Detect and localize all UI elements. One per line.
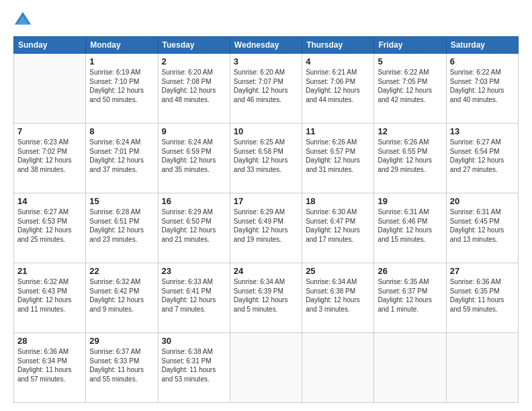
- cell-details: Sunrise: 6:35 AMSunset: 6:37 PMDaylight:…: [378, 277, 442, 314]
- calendar-cell: 20Sunrise: 6:31 AMSunset: 6:45 PMDayligh…: [446, 193, 518, 263]
- cell-details: Sunrise: 6:28 AMSunset: 6:51 PMDaylight:…: [89, 208, 154, 244]
- calendar-cell: 27Sunrise: 6:36 AMSunset: 6:35 PMDayligh…: [446, 263, 518, 333]
- day-number: 3: [234, 56, 298, 66]
- day-number: 15: [89, 196, 154, 206]
- day-number: 17: [234, 196, 298, 206]
- day-number: 8: [89, 126, 154, 136]
- calendar-cell: [302, 333, 374, 403]
- calendar-cell: 13Sunrise: 6:27 AMSunset: 6:54 PMDayligh…: [446, 124, 518, 193]
- cell-details: Sunrise: 6:20 AMSunset: 7:07 PMDaylight:…: [234, 68, 298, 104]
- calendar-cell: 4Sunrise: 6:21 AMSunset: 7:06 PMDaylight…: [302, 54, 374, 124]
- calendar-cell: 16Sunrise: 6:29 AMSunset: 6:50 PMDayligh…: [158, 193, 230, 263]
- calendar-cell: 17Sunrise: 6:29 AMSunset: 6:49 PMDayligh…: [230, 193, 302, 263]
- calendar-cell: 15Sunrise: 6:28 AMSunset: 6:51 PMDayligh…: [86, 193, 158, 263]
- calendar-cell: 29Sunrise: 6:37 AMSunset: 6:33 PMDayligh…: [86, 333, 158, 403]
- cell-details: Sunrise: 6:24 AMSunset: 6:59 PMDaylight:…: [162, 138, 226, 174]
- cell-details: Sunrise: 6:32 AMSunset: 6:43 PMDaylight:…: [17, 277, 82, 314]
- calendar-cell: 24Sunrise: 6:34 AMSunset: 6:39 PMDayligh…: [230, 263, 302, 333]
- calendar-day-header: Monday: [86, 37, 158, 54]
- cell-details: Sunrise: 6:22 AMSunset: 7:05 PMDaylight:…: [378, 68, 442, 104]
- cell-details: Sunrise: 6:23 AMSunset: 7:02 PMDaylight:…: [17, 138, 82, 174]
- calendar-cell: [446, 333, 518, 403]
- day-number: 27: [450, 266, 515, 276]
- calendar-week-row: 1Sunrise: 6:19 AMSunset: 7:10 PMDaylight…: [14, 54, 519, 124]
- cell-details: Sunrise: 6:36 AMSunset: 6:34 PMDaylight:…: [17, 347, 82, 383]
- calendar-day-header: Sunday: [14, 37, 86, 54]
- calendar-cell: 7Sunrise: 6:23 AMSunset: 7:02 PMDaylight…: [14, 124, 86, 193]
- day-number: 1: [89, 56, 154, 66]
- day-number: 20: [450, 196, 515, 206]
- day-number: 18: [306, 196, 370, 206]
- calendar-cell: 1Sunrise: 6:19 AMSunset: 7:10 PMDaylight…: [86, 54, 158, 124]
- calendar-cell: 9Sunrise: 6:24 AMSunset: 6:59 PMDaylight…: [158, 124, 230, 193]
- day-number: 5: [378, 56, 442, 66]
- calendar-cell: [374, 333, 446, 403]
- cell-details: Sunrise: 6:27 AMSunset: 6:54 PMDaylight:…: [450, 138, 515, 174]
- calendar-cell: 8Sunrise: 6:24 AMSunset: 7:01 PMDaylight…: [86, 124, 158, 193]
- header: [13, 11, 519, 30]
- cell-details: Sunrise: 6:27 AMSunset: 6:53 PMDaylight:…: [17, 208, 82, 244]
- logo: [13, 11, 35, 30]
- cell-details: Sunrise: 6:19 AMSunset: 7:10 PMDaylight:…: [89, 68, 154, 104]
- calendar-day-header: Friday: [374, 37, 446, 54]
- cell-details: Sunrise: 6:26 AMSunset: 6:55 PMDaylight:…: [378, 138, 442, 174]
- cell-details: Sunrise: 6:31 AMSunset: 6:45 PMDaylight:…: [450, 208, 515, 244]
- day-number: 9: [162, 126, 226, 136]
- calendar-cell: 23Sunrise: 6:33 AMSunset: 6:41 PMDayligh…: [158, 263, 230, 333]
- cell-details: Sunrise: 6:22 AMSunset: 7:03 PMDaylight:…: [450, 68, 515, 104]
- day-number: 13: [450, 126, 515, 136]
- calendar-cell: [14, 54, 86, 124]
- day-number: 23: [162, 266, 226, 276]
- cell-details: Sunrise: 6:20 AMSunset: 7:08 PMDaylight:…: [162, 68, 226, 104]
- calendar-cell: [230, 333, 302, 403]
- calendar-week-row: 7Sunrise: 6:23 AMSunset: 7:02 PMDaylight…: [14, 124, 519, 193]
- cell-details: Sunrise: 6:21 AMSunset: 7:06 PMDaylight:…: [306, 68, 370, 104]
- day-number: 30: [162, 336, 226, 346]
- cell-details: Sunrise: 6:24 AMSunset: 7:01 PMDaylight:…: [89, 138, 154, 174]
- calendar-day-header: Saturday: [446, 37, 518, 54]
- calendar-cell: 6Sunrise: 6:22 AMSunset: 7:03 PMDaylight…: [446, 54, 518, 124]
- calendar-cell: 5Sunrise: 6:22 AMSunset: 7:05 PMDaylight…: [374, 54, 446, 124]
- day-number: 14: [17, 196, 82, 206]
- day-number: 16: [162, 196, 226, 206]
- day-number: 11: [306, 126, 370, 136]
- calendar-table: SundayMondayTuesdayWednesdayThursdayFrid…: [13, 36, 519, 403]
- cell-details: Sunrise: 6:26 AMSunset: 6:57 PMDaylight:…: [306, 138, 370, 174]
- calendar-cell: 18Sunrise: 6:30 AMSunset: 6:47 PMDayligh…: [302, 193, 374, 263]
- cell-details: Sunrise: 6:38 AMSunset: 6:31 PMDaylight:…: [162, 347, 226, 383]
- cell-details: Sunrise: 6:32 AMSunset: 6:42 PMDaylight:…: [89, 277, 154, 314]
- cell-details: Sunrise: 6:31 AMSunset: 6:46 PMDaylight:…: [378, 208, 442, 244]
- cell-details: Sunrise: 6:34 AMSunset: 6:39 PMDaylight:…: [234, 277, 298, 314]
- calendar-header-row: SundayMondayTuesdayWednesdayThursdayFrid…: [14, 37, 519, 54]
- logo-icon: [13, 11, 32, 30]
- page: SundayMondayTuesdayWednesdayThursdayFrid…: [0, 0, 532, 411]
- calendar-cell: 28Sunrise: 6:36 AMSunset: 6:34 PMDayligh…: [14, 333, 86, 403]
- day-number: 25: [306, 266, 370, 276]
- calendar-cell: 25Sunrise: 6:34 AMSunset: 6:38 PMDayligh…: [302, 263, 374, 333]
- cell-details: Sunrise: 6:33 AMSunset: 6:41 PMDaylight:…: [162, 277, 226, 314]
- calendar-cell: 30Sunrise: 6:38 AMSunset: 6:31 PMDayligh…: [158, 333, 230, 403]
- calendar-week-row: 21Sunrise: 6:32 AMSunset: 6:43 PMDayligh…: [14, 263, 519, 333]
- calendar-cell: 2Sunrise: 6:20 AMSunset: 7:08 PMDaylight…: [158, 54, 230, 124]
- cell-details: Sunrise: 6:30 AMSunset: 6:47 PMDaylight:…: [306, 208, 370, 244]
- cell-details: Sunrise: 6:25 AMSunset: 6:58 PMDaylight:…: [234, 138, 298, 174]
- calendar-cell: 26Sunrise: 6:35 AMSunset: 6:37 PMDayligh…: [374, 263, 446, 333]
- day-number: 12: [378, 126, 442, 136]
- calendar-cell: 14Sunrise: 6:27 AMSunset: 6:53 PMDayligh…: [14, 193, 86, 263]
- calendar-day-header: Tuesday: [158, 37, 230, 54]
- calendar-cell: 21Sunrise: 6:32 AMSunset: 6:43 PMDayligh…: [14, 263, 86, 333]
- day-number: 22: [89, 266, 154, 276]
- cell-details: Sunrise: 6:34 AMSunset: 6:38 PMDaylight:…: [306, 277, 370, 314]
- day-number: 19: [378, 196, 442, 206]
- calendar-cell: 12Sunrise: 6:26 AMSunset: 6:55 PMDayligh…: [374, 124, 446, 193]
- day-number: 24: [234, 266, 298, 276]
- calendar-week-row: 14Sunrise: 6:27 AMSunset: 6:53 PMDayligh…: [14, 193, 519, 263]
- calendar-cell: 3Sunrise: 6:20 AMSunset: 7:07 PMDaylight…: [230, 54, 302, 124]
- day-number: 10: [234, 126, 298, 136]
- day-number: 6: [450, 56, 515, 66]
- cell-details: Sunrise: 6:37 AMSunset: 6:33 PMDaylight:…: [89, 347, 154, 383]
- calendar-day-header: Wednesday: [230, 37, 302, 54]
- calendar-day-header: Thursday: [302, 37, 374, 54]
- day-number: 2: [162, 56, 226, 66]
- calendar-week-row: 28Sunrise: 6:36 AMSunset: 6:34 PMDayligh…: [14, 333, 519, 403]
